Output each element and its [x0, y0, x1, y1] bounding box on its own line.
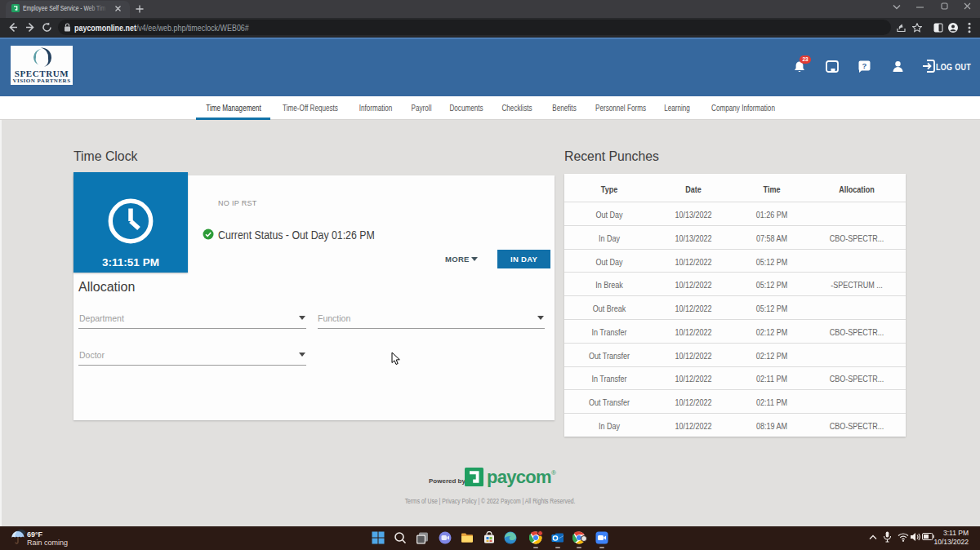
- svg-text:?: ?: [862, 61, 867, 70]
